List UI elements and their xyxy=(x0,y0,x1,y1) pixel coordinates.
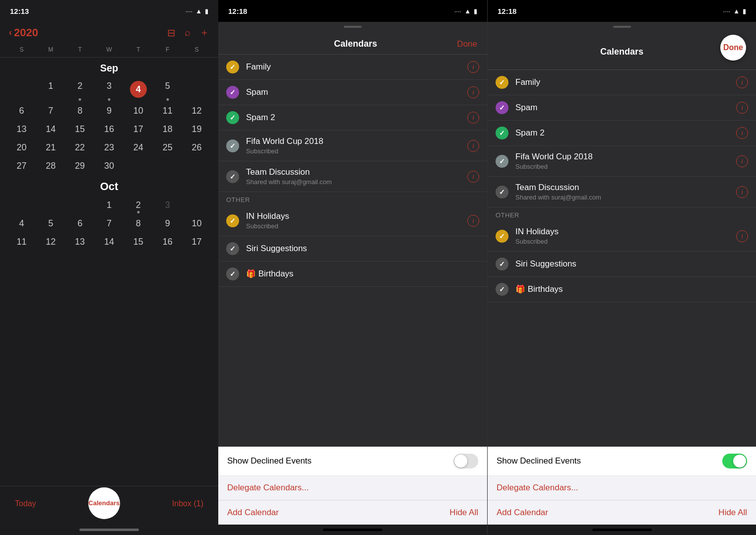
cal-day[interactable]: 21 xyxy=(36,138,65,157)
cal-day[interactable]: 1 xyxy=(95,196,124,214)
cal-day[interactable]: 15 xyxy=(65,120,95,138)
info-icon-spam-2[interactable]: i xyxy=(467,86,479,98)
info-icon-spam2-3[interactable]: i xyxy=(736,127,748,139)
cal-day[interactable]: 27 xyxy=(7,157,36,175)
calendars-button-group[interactable]: Calendars xyxy=(88,487,120,520)
cal-day[interactable]: 25 xyxy=(153,138,182,157)
calendar-header: ‹ 2020 ⊟ ⌕ ＋ xyxy=(0,22,218,42)
calendar-item-family-3[interactable]: ✓ Family i xyxy=(488,70,756,95)
cal-day[interactable] xyxy=(182,77,211,102)
item-info-spam2-2: Spam 2 xyxy=(246,113,460,123)
cal-day[interactable]: 4 xyxy=(7,214,36,233)
calendars-button-circle[interactable]: Calendars xyxy=(88,487,120,519)
calendar-item-spam2-2[interactable]: ✓ Spam 2 i xyxy=(218,105,487,131)
today-button[interactable]: Today xyxy=(15,499,36,508)
cal-day[interactable]: 17 xyxy=(124,120,153,138)
calendar-item-spam2-3[interactable]: ✓ Spam 2 i xyxy=(488,121,756,146)
cal-day[interactable]: 6 xyxy=(65,214,95,233)
calendar-item-holidays-2[interactable]: ✓ IN Holidays Subscribed i xyxy=(218,205,487,236)
cal-day[interactable]: 19 xyxy=(182,120,211,138)
cal-day[interactable]: 2 xyxy=(124,196,153,214)
info-icon-family-3[interactable]: i xyxy=(736,76,748,88)
add-calendar-3[interactable]: Add Calendar xyxy=(497,508,548,518)
calendar-item-team-2[interactable]: ✓ Team Discussion Shared with suraj@gmai… xyxy=(218,161,487,192)
info-icon-team-2[interactable]: i xyxy=(467,171,479,183)
info-icon-team-3[interactable]: i xyxy=(736,186,748,198)
cal-day[interactable]: 5 xyxy=(153,77,182,102)
cal-day[interactable]: 11 xyxy=(153,102,182,120)
cal-day[interactable]: 13 xyxy=(65,233,95,251)
calendar-item-siri-2[interactable]: ✓ Siri Suggestions xyxy=(218,236,487,262)
info-icon-holidays-2[interactable]: i xyxy=(467,215,479,227)
cal-day[interactable]: 12 xyxy=(36,233,65,251)
year-button[interactable]: ‹ 2020 xyxy=(9,26,38,39)
cal-day[interactable]: 10 xyxy=(182,214,211,233)
info-icon-family-2[interactable]: i xyxy=(467,61,479,73)
calendar-item-spam-2[interactable]: ✓ Spam i xyxy=(218,80,487,105)
cal-day[interactable]: 11 xyxy=(7,233,36,251)
cal-day[interactable]: 9 xyxy=(153,214,182,233)
cal-day[interactable]: 16 xyxy=(95,120,124,138)
hide-all-2[interactable]: Hide All xyxy=(449,508,478,518)
calendar-list-2: ✓ Family i ✓ Spam i ✓ Spam 2 i ✓ Fifa Wo… xyxy=(218,55,487,447)
info-icon-fifa-2[interactable]: i xyxy=(467,140,479,152)
cal-day[interactable]: 7 xyxy=(36,102,65,120)
cal-day[interactable]: 14 xyxy=(36,120,65,138)
cal-day[interactable]: 20 xyxy=(7,138,36,157)
cal-day[interactable]: 28 xyxy=(36,157,65,175)
done-button-3[interactable]: Done xyxy=(720,35,746,61)
cal-day[interactable]: 5 xyxy=(36,214,65,233)
cal-day-today[interactable]: 4 xyxy=(124,77,153,102)
cal-day[interactable]: 15 xyxy=(124,233,153,251)
cal-day[interactable]: 24 xyxy=(124,138,153,157)
calendar-item-family-2[interactable]: ✓ Family i xyxy=(218,55,487,80)
show-declined-toggle-3[interactable] xyxy=(722,454,747,468)
info-icon-fifa-3[interactable]: i xyxy=(736,155,748,167)
cal-day[interactable]: 16 xyxy=(153,233,182,251)
cal-day[interactable]: 17 xyxy=(182,233,211,251)
calendar-item-holidays-3[interactable]: ✓ IN Holidays Subscribed i xyxy=(488,221,756,252)
display-icon[interactable]: ⊟ xyxy=(167,27,176,39)
info-icon-holidays-3[interactable]: i xyxy=(736,230,748,242)
cal-day[interactable]: 7 xyxy=(95,214,124,233)
add-event-icon[interactable]: ＋ xyxy=(199,26,209,39)
calendar-item-spam-3[interactable]: ✓ Spam i xyxy=(488,95,756,121)
cal-day[interactable]: 13 xyxy=(7,120,36,138)
cal-day[interactable]: 10 xyxy=(124,102,153,120)
done-button-2[interactable]: Done xyxy=(457,39,477,49)
cal-day[interactable]: 18 xyxy=(153,120,182,138)
cal-day[interactable]: 26 xyxy=(182,138,211,157)
home-indicator-3 xyxy=(592,529,652,531)
calendar-item-siri-3[interactable]: ✓ Siri Suggestions xyxy=(488,252,756,277)
cal-day[interactable]: 22 xyxy=(65,138,95,157)
calendar-item-birthdays-3[interactable]: ✓ Birthdays xyxy=(488,277,756,302)
cal-day[interactable]: 23 xyxy=(95,138,124,157)
cal-day[interactable]: 1 xyxy=(36,77,65,102)
info-icon-spam-3[interactable]: i xyxy=(736,102,748,114)
cal-day[interactable]: 8 xyxy=(124,214,153,233)
inbox-button[interactable]: Inbox (1) xyxy=(172,499,203,508)
cal-day[interactable]: 8 xyxy=(65,102,95,120)
hide-all-3[interactable]: Hide All xyxy=(718,508,747,518)
search-icon[interactable]: ⌕ xyxy=(185,27,190,38)
cal-day[interactable]: 12 xyxy=(182,102,211,120)
calendar-item-fifa-3[interactable]: ✓ Fifa World Cup 2018 Subscribed i xyxy=(488,146,756,177)
cal-day[interactable]: 30 xyxy=(95,157,124,175)
delegate-calendars-3[interactable]: Delegate Calendars... xyxy=(488,476,756,500)
calendar-item-birthdays-2[interactable]: ✓ Birthdays xyxy=(218,262,487,287)
info-icon-spam2-2[interactable]: i xyxy=(467,112,479,124)
cal-day[interactable]: 29 xyxy=(65,157,95,175)
delegate-calendars-2[interactable]: Delegate Calendars... xyxy=(218,476,487,500)
item-info-holidays-2: IN Holidays Subscribed xyxy=(246,211,460,230)
cal-day[interactable]: 9 xyxy=(95,102,124,120)
cal-day[interactable]: 14 xyxy=(95,233,124,251)
cal-day[interactable] xyxy=(7,77,36,102)
calendar-item-team-3[interactable]: ✓ Team Discussion Shared with suraj@gmai… xyxy=(488,177,756,207)
show-declined-toggle-2[interactable] xyxy=(453,454,478,468)
cal-day[interactable]: 6 xyxy=(7,102,36,120)
add-calendar-2[interactable]: Add Calendar xyxy=(227,508,279,518)
cal-day[interactable]: 3 xyxy=(95,77,124,102)
calendar-item-fifa-2[interactable]: ✓ Fifa World Cup 2018 Subscribed i xyxy=(218,131,487,161)
cal-day[interactable]: 2 xyxy=(65,77,95,102)
cal-day[interactable]: 3 xyxy=(153,196,182,214)
